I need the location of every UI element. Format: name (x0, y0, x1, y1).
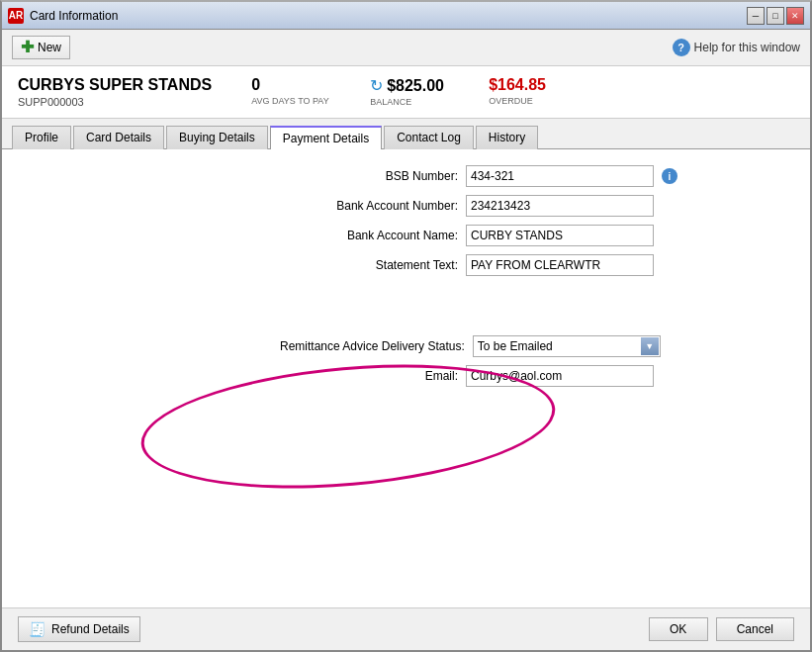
avg-days-label: AVG DAYS TO PAY (251, 96, 329, 106)
refund-details-button[interactable]: 🧾 Refund Details (18, 616, 140, 642)
bsb-label: BSB Number: (280, 169, 458, 183)
balance-row: ↻ $825.00 (370, 76, 444, 95)
overdue-value: $164.85 (489, 76, 546, 94)
balance-stat: ↻ $825.00 BALANCE (370, 76, 449, 107)
balance-label: BALANCE (370, 97, 411, 107)
email-input[interactable] (466, 365, 654, 387)
overdue-stat: $164.85 OVERDUE (489, 76, 568, 106)
remittance-label: Remittance Advice Delivery Status: (280, 339, 465, 353)
footer: 🧾 Refund Details OK Cancel (2, 607, 810, 650)
app-icon: AR (8, 8, 24, 24)
statement-text-label: Statement Text: (280, 258, 458, 272)
company-info: CURBYS SUPER STANDS SUPP000003 (18, 76, 212, 108)
remittance-select[interactable]: To be Emailed Emailed Not Required (473, 335, 661, 357)
bsb-info-icon[interactable]: i (662, 168, 677, 184)
banking-fields: BSB Number: i Bank Account Number: Bank … (18, 165, 794, 276)
tab-card-details[interactable]: Card Details (73, 126, 164, 149)
new-button-label: New (38, 41, 61, 54)
remittance-row: Remittance Advice Delivery Status: To be… (18, 335, 794, 357)
minimize-button[interactable]: ─ (747, 7, 765, 25)
window-title: Card Information (30, 9, 747, 23)
toolbar-left: ✚ New (12, 36, 70, 59)
account-number-input[interactable] (466, 195, 654, 217)
tab-profile[interactable]: Profile (12, 126, 71, 149)
maximize-button[interactable]: □ (767, 7, 784, 25)
account-number-row: Bank Account Number: (18, 195, 794, 217)
refund-button-label: Refund Details (51, 622, 130, 636)
tab-payment-details[interactable]: Payment Details (270, 126, 382, 149)
help-icon: ? (673, 39, 690, 56)
bsb-input[interactable] (466, 165, 654, 187)
statement-text-input[interactable] (466, 254, 654, 276)
balance-arrow-icon: ↻ (370, 76, 383, 95)
window-controls: ─ □ ✕ (747, 7, 804, 25)
bsb-row: BSB Number: i (18, 165, 794, 187)
header-section: CURBYS SUPER STANDS SUPP000003 0 AVG DAY… (2, 66, 810, 119)
toolbar: ✚ New ? Help for this window (2, 30, 810, 66)
email-label: Email: (280, 369, 458, 383)
account-name-row: Bank Account Name: (18, 225, 794, 246)
content-area: BSB Number: i Bank Account Number: Bank … (2, 149, 810, 607)
balance-value: $825.00 (387, 77, 444, 95)
statement-text-row: Statement Text: (18, 254, 794, 276)
overdue-label: OVERDUE (489, 96, 533, 106)
email-row: Email: (18, 365, 794, 387)
close-button[interactable]: ✕ (786, 7, 804, 25)
tab-history[interactable]: History (476, 126, 538, 149)
refund-icon: 🧾 (29, 621, 45, 637)
help-button-label: Help for this window (694, 41, 800, 54)
account-name-label: Bank Account Name: (280, 229, 458, 242)
remittance-section: Remittance Advice Delivery Status: To be… (18, 335, 794, 387)
new-button[interactable]: ✚ New (12, 36, 70, 59)
company-id: SUPP000003 (18, 96, 212, 108)
avg-days-stat: 0 AVG DAYS TO PAY (251, 76, 330, 106)
help-button[interactable]: ? Help for this window (673, 39, 800, 56)
avg-days-value: 0 (251, 76, 260, 94)
main-window: AR Card Information ─ □ ✕ ✚ New ? Help f… (0, 0, 812, 652)
tab-contact-log[interactable]: Contact Log (384, 126, 474, 149)
tab-buying-details[interactable]: Buying Details (166, 126, 268, 149)
remittance-select-wrapper: To be Emailed Emailed Not Required ▼ (473, 335, 661, 357)
tabs-bar: Profile Card Details Buying Details Paym… (2, 119, 810, 149)
plus-icon: ✚ (21, 40, 34, 55)
cancel-button[interactable]: Cancel (716, 617, 794, 641)
account-number-label: Bank Account Number: (280, 199, 458, 213)
title-bar: AR Card Information ─ □ ✕ (2, 2, 810, 30)
ok-button[interactable]: OK (649, 617, 708, 641)
account-name-input[interactable] (466, 225, 654, 246)
company-name: CURBYS SUPER STANDS (18, 76, 212, 94)
footer-buttons: OK Cancel (649, 617, 794, 641)
